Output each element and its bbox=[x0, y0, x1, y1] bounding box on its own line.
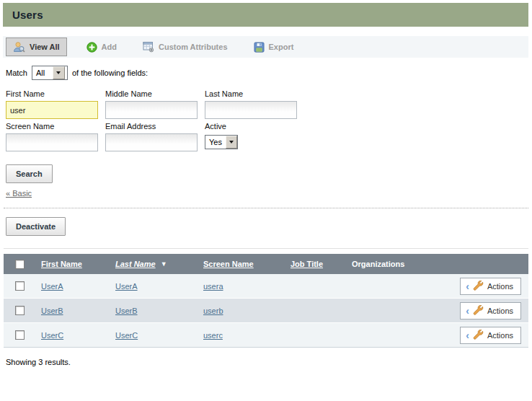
table-header-row: First Name Last Name ▼ Screen Name Job T… bbox=[4, 254, 528, 274]
toolbar-custom-attributes-label: Custom Attributes bbox=[159, 43, 228, 51]
table-gear-icon bbox=[143, 41, 154, 53]
first-name-field-group: First Name bbox=[6, 89, 105, 119]
actions-button[interactable]: ‹ Actions bbox=[460, 278, 521, 295]
actions-button-label: Actions bbox=[487, 331, 513, 340]
toolbar-export[interactable]: Export bbox=[247, 39, 301, 56]
toolbar: View All Add bbox=[3, 36, 528, 58]
combo-arrow-icon bbox=[226, 136, 237, 149]
active-select-value: Yes bbox=[205, 136, 226, 149]
users-admin-page: Users View All Add bbox=[0, 3, 532, 366]
floppy-disk-icon bbox=[254, 42, 265, 53]
toolbar-view-all-label: View All bbox=[30, 43, 60, 51]
user-screen-name-link[interactable]: userc bbox=[203, 331, 223, 340]
toolbar-custom-attributes[interactable]: Custom Attributes bbox=[136, 38, 234, 56]
match-select[interactable]: All bbox=[32, 66, 68, 80]
actions-button[interactable]: ‹ Actions bbox=[460, 302, 521, 320]
toolbar-add[interactable]: Add bbox=[80, 39, 123, 56]
sort-desc-icon: ▼ bbox=[161, 260, 167, 268]
actions-button-label: Actions bbox=[487, 282, 513, 291]
toolbar-add-label: Add bbox=[102, 43, 117, 51]
user-first-name-link[interactable]: UserA bbox=[41, 282, 63, 291]
column-header-job-title-link[interactable]: Job Title bbox=[291, 260, 323, 268]
active-select[interactable]: Yes bbox=[205, 135, 238, 149]
row-checkbox[interactable] bbox=[15, 306, 25, 315]
actions-button[interactable]: ‹ Actions bbox=[460, 327, 521, 344]
plus-circle-icon bbox=[87, 42, 97, 53]
wrench-icon bbox=[473, 305, 484, 317]
user-screen-name-link[interactable]: usera bbox=[203, 282, 223, 291]
row-checkbox[interactable] bbox=[15, 281, 25, 291]
users-table: First Name Last Name ▼ Screen Name Job T… bbox=[4, 248, 528, 348]
email-address-input[interactable] bbox=[105, 133, 198, 151]
first-name-input[interactable] bbox=[6, 101, 98, 119]
table-header-organizations: Organizations bbox=[352, 260, 449, 268]
toolbar-export-label: Export bbox=[269, 43, 294, 51]
active-label: Active bbox=[205, 122, 304, 132]
select-all-checkbox[interactable] bbox=[15, 260, 25, 269]
results-count: Showing 3 results. bbox=[6, 358, 532, 366]
column-header-screen-name-link[interactable]: Screen Name bbox=[203, 260, 254, 268]
table-row: UserA UserA usera ‹ Actions bbox=[4, 274, 528, 299]
email-address-field-group: Email Address bbox=[105, 122, 205, 151]
middle-name-field-group: Middle Name bbox=[105, 89, 205, 119]
match-row: Match All of the following fields: bbox=[6, 66, 532, 80]
chevron-left-icon: ‹ bbox=[466, 283, 469, 290]
table-header-screen-name: Screen Name bbox=[203, 260, 291, 268]
table-header-job-title: Job Title bbox=[291, 260, 352, 268]
table-row: UserC UserC userc ‹ Actions bbox=[4, 323, 528, 348]
user-search-icon bbox=[13, 41, 25, 53]
page-title-banner: Users bbox=[3, 3, 528, 27]
match-suffix-label: of the following fields: bbox=[72, 69, 148, 77]
deactivate-button[interactable]: Deactivate bbox=[6, 217, 66, 236]
last-name-label: Last Name bbox=[205, 89, 304, 100]
user-last-name-link[interactable]: UserC bbox=[115, 331, 138, 340]
screen-name-label: Screen Name bbox=[6, 122, 105, 132]
row-checkbox[interactable] bbox=[15, 330, 25, 340]
chevron-left-icon: ‹ bbox=[466, 332, 469, 339]
actions-button-label: Actions bbox=[487, 307, 513, 315]
table-header-first-name: First Name bbox=[41, 260, 115, 268]
column-header-organizations-label: Organizations bbox=[352, 260, 404, 268]
last-name-input[interactable] bbox=[205, 101, 297, 119]
table-header-last-name: Last Name ▼ bbox=[115, 260, 203, 268]
screen-name-input[interactable] bbox=[6, 133, 98, 151]
middle-name-input[interactable] bbox=[105, 101, 198, 119]
email-address-label: Email Address bbox=[105, 122, 205, 132]
last-name-field-group: Last Name bbox=[205, 89, 304, 119]
user-screen-name-link[interactable]: userb bbox=[203, 307, 223, 315]
search-button[interactable]: Search bbox=[6, 164, 53, 183]
active-field-group: Active Yes bbox=[205, 122, 304, 151]
match-label: Match bbox=[6, 69, 27, 77]
user-last-name-link[interactable]: UserB bbox=[115, 307, 138, 315]
user-last-name-link[interactable]: UserA bbox=[115, 282, 138, 291]
basic-link[interactable]: « Basic bbox=[6, 189, 32, 198]
user-first-name-link[interactable]: UserC bbox=[41, 331, 63, 340]
column-header-last-name-link[interactable]: Last Name bbox=[115, 260, 156, 268]
table-row: UserB UserB userb ‹ Actions bbox=[4, 299, 528, 323]
user-first-name-link[interactable]: UserB bbox=[41, 307, 63, 315]
middle-name-label: Middle Name bbox=[105, 89, 205, 100]
combo-arrow-icon bbox=[53, 66, 65, 79]
first-name-label: First Name bbox=[6, 89, 105, 100]
screen-name-field-group: Screen Name bbox=[6, 122, 105, 151]
toolbar-view-all[interactable]: View All bbox=[6, 38, 67, 56]
wrench-icon bbox=[473, 281, 484, 292]
wrench-icon bbox=[473, 330, 484, 341]
page-title: Users bbox=[12, 9, 43, 21]
column-header-first-name-link[interactable]: First Name bbox=[41, 260, 82, 268]
match-select-value: All bbox=[32, 66, 53, 79]
chevron-left-icon: ‹ bbox=[466, 307, 469, 314]
table-header-checkbox-cell bbox=[4, 260, 41, 269]
search-form: First Name Middle Name Last Name Screen … bbox=[6, 89, 532, 151]
